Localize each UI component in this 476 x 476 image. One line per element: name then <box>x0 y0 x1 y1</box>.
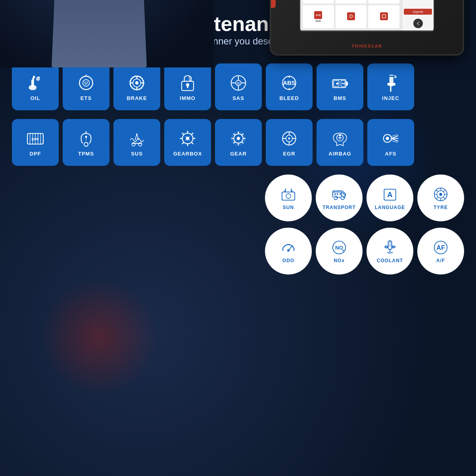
icon-af-label: A/F <box>436 258 445 263</box>
svg-rect-42 <box>388 75 395 77</box>
svg-rect-17 <box>187 85 188 88</box>
icon-gear-label: GEAR <box>230 151 247 157</box>
screen-cell-extra1-icon <box>347 12 355 20</box>
icon-sus-label: SUS <box>131 151 143 157</box>
screen-cell-egr-icon: EGR <box>314 11 322 19</box>
svg-rect-90 <box>337 193 338 195</box>
svg-rect-91 <box>333 197 335 198</box>
icon-gear[interactable]: GEAR <box>215 119 262 166</box>
svg-line-110 <box>284 246 284 247</box>
svg-line-102 <box>436 190 438 192</box>
svg-point-9 <box>135 81 138 84</box>
icon-transport[interactable]: TRANSPORT <box>316 175 363 221</box>
svg-point-82 <box>286 194 291 199</box>
upgrade-button[interactable]: Upgrade <box>404 9 432 15</box>
back-button[interactable] <box>413 19 423 28</box>
icon-sus[interactable]: SUS <box>113 119 160 166</box>
device-mockup: 01:55 AM 31% AF AIR/FUEL <box>270 0 464 56</box>
icon-bleed[interactable]: ABS BLEED <box>266 63 313 110</box>
icons-row-3: SUN TRANSPORT A LANGU <box>265 175 464 221</box>
screen-sidebar: Maintenance & Service Upgrade <box>402 0 434 31</box>
icon-afs-label: AFS <box>385 151 397 157</box>
icon-dpf[interactable]: DPF DPF <box>12 119 59 166</box>
icon-language[interactable]: A LANGUAGE <box>367 175 413 221</box>
svg-line-105 <box>436 197 438 199</box>
svg-text:ABS: ABS <box>283 79 296 86</box>
device-body: 01:55 AM 31% AF AIR/FUEL <box>270 0 464 56</box>
icon-af[interactable]: AF A/F <box>417 228 464 274</box>
icon-oil[interactable]: OIL <box>12 63 59 110</box>
svg-rect-92 <box>341 197 343 198</box>
svg-text:U: U <box>84 80 88 85</box>
svg-text:x: x <box>342 248 345 252</box>
svg-point-59 <box>237 136 240 140</box>
svg-rect-1 <box>31 79 34 87</box>
svg-rect-31 <box>346 81 348 85</box>
screen-main-grid: AF AIR/FUEL BLEED <box>300 0 402 31</box>
screen-cell-egr-label: EGR <box>316 20 321 22</box>
svg-point-107 <box>287 249 290 251</box>
icon-nox[interactable]: NO x NOx <box>316 228 363 274</box>
icon-airbag[interactable]: AIRBAG <box>317 119 363 166</box>
svg-text:EGR: EGR <box>316 14 321 16</box>
icon-injec-label: INJEC <box>382 95 399 101</box>
screen-cell-brake[interactable]: BRAKE <box>303 0 334 4</box>
icon-oil-label: OIL <box>31 95 40 101</box>
device-screen: 01:55 AM 31% AF AIR/FUEL <box>299 0 434 32</box>
svg-point-50 <box>84 142 88 146</box>
icon-nox-label: NOx <box>334 258 345 263</box>
icon-bleed-label: BLEED <box>279 95 299 101</box>
icon-airbag-label: AIRBAG <box>328 151 351 157</box>
svg-point-2 <box>36 77 40 81</box>
icon-immo[interactable]: IMMO <box>164 63 211 110</box>
icon-bms[interactable]: BMS <box>317 63 363 110</box>
icons-row-4: ODO NO x NOx <box>265 228 464 274</box>
svg-rect-88 <box>340 193 341 195</box>
device-red-bar <box>271 0 276 8</box>
svg-point-139 <box>349 15 352 17</box>
icon-gearbox[interactable]: GEARBOX <box>164 119 211 166</box>
screen-cell-extra2-icon <box>380 12 388 20</box>
icon-tyre[interactable]: TYRE <box>417 175 464 221</box>
svg-line-104 <box>443 190 445 192</box>
icon-dpf-label: DPF <box>30 151 41 157</box>
svg-rect-38 <box>388 83 395 86</box>
svg-text:A: A <box>387 190 393 199</box>
svg-text:⊙: ⊙ <box>237 81 240 85</box>
icon-brake[interactable]: BRAKE <box>113 63 160 110</box>
screen-cell-coolant[interactable]: COOLANT <box>336 0 367 4</box>
worker-image-area <box>0 0 214 67</box>
screen-content: AF AIR/FUEL BLEED <box>300 0 434 31</box>
svg-point-97 <box>439 193 442 196</box>
screen-cell-extra1[interactable] <box>336 5 367 28</box>
icon-tpms[interactable]: ! TPMS <box>63 119 109 166</box>
svg-rect-89 <box>334 193 336 195</box>
icon-afs[interactable]: AFS <box>367 119 414 166</box>
icon-sas[interactable]: ⊙ SAS <box>215 63 262 110</box>
screen-cell-dpf[interactable]: DPF <box>368 0 399 4</box>
svg-rect-140 <box>382 15 385 18</box>
icon-odo-label: ODO <box>282 258 294 263</box>
icon-egr-label: EGR <box>283 151 295 157</box>
icon-coolant-label: COOLANT <box>377 258 403 263</box>
screen-cell-egr[interactable]: EGR EGR <box>303 5 334 28</box>
svg-point-53 <box>85 136 87 138</box>
icons-row-1: OIL U ETS BRAKE <box>12 63 414 110</box>
icon-odo[interactable]: ODO <box>265 228 312 274</box>
screen-cell-extra2[interactable] <box>368 5 399 28</box>
icon-egr[interactable]: EGR <box>266 119 313 166</box>
icon-coolant[interactable]: COOLANT <box>367 228 413 274</box>
icon-transport-label: TRANSPORT <box>322 205 356 210</box>
svg-line-112 <box>292 246 293 247</box>
icon-sun[interactable]: SUN <box>265 175 312 221</box>
icon-brake-label: BRAKE <box>127 95 147 101</box>
icon-immo-label: IMMO <box>180 95 195 101</box>
icon-injec[interactable]: INJEC <box>367 63 414 110</box>
icon-ets[interactable]: U ETS <box>63 63 109 110</box>
icon-sun-label: SUN <box>283 205 294 210</box>
icon-tyre-label: TYRE <box>434 205 448 210</box>
icon-gearbox-label: GEARBOX <box>173 151 202 157</box>
icon-sas-label: SAS <box>232 95 244 101</box>
svg-point-63 <box>288 137 290 139</box>
svg-text:DPF: DPF <box>32 137 39 141</box>
